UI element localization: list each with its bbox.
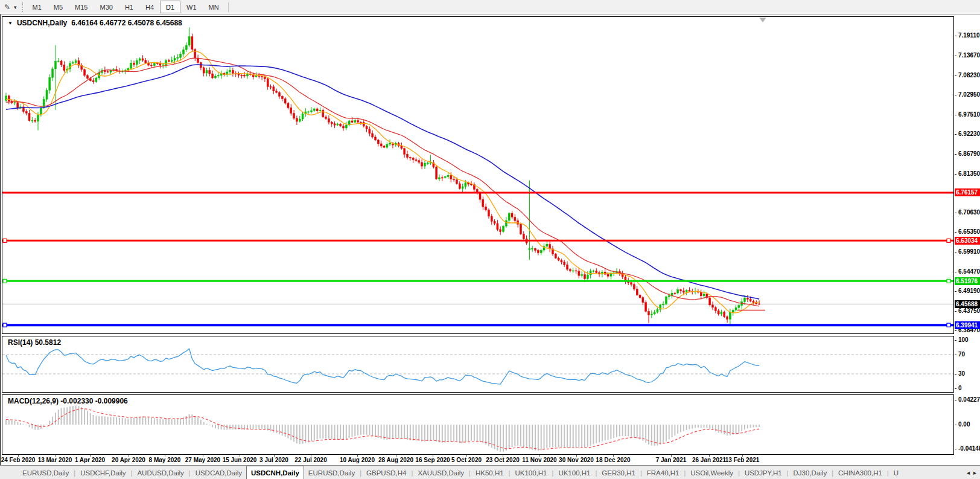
tab-usdjpy-h1[interactable]: USDJPY,H1 bbox=[740, 466, 786, 479]
tab-uk100-h1[interactable]: UK100,H1 bbox=[511, 466, 551, 479]
axis-tick-mark bbox=[955, 56, 956, 56]
tab-audusd-daily[interactable]: AUDUSD,Daily bbox=[133, 466, 188, 479]
timeframe-button-h4[interactable]: H4 bbox=[139, 1, 160, 13]
price-line-badge: 6.63034 bbox=[955, 237, 980, 245]
date-axis-label: 28 Aug 2020 bbox=[378, 457, 413, 463]
axis-tick-mark bbox=[955, 374, 956, 375]
chart-title: ▼ USDCNH,Daily 6.46164 6.46772 6.45078 6… bbox=[8, 19, 182, 27]
date-axis-label: 7 Jan 2021 bbox=[656, 457, 687, 463]
tab-eurusd-daily[interactable]: EURUSD,Daily bbox=[18, 466, 73, 479]
price-axis-label: 70 bbox=[958, 351, 965, 358]
price-axis-label: 6.81350 bbox=[958, 170, 980, 177]
axis-tick-mark bbox=[955, 154, 956, 155]
price-axis-label: 6.92230 bbox=[958, 130, 980, 137]
tab-u[interactable]: U bbox=[889, 466, 903, 479]
rsi-pane: RSI(14) 50.5812 bbox=[2, 336, 954, 393]
date-axis-label: 30 Nov 2020 bbox=[559, 457, 594, 463]
price-axis-label: 0.042275 bbox=[958, 396, 980, 403]
tab-scroll-right-icon[interactable]: ▸ bbox=[973, 469, 976, 476]
timeframe-button-h1[interactable]: H1 bbox=[119, 1, 139, 13]
tab-eurusd-daily[interactable]: EURUSD,Daily bbox=[304, 466, 359, 479]
tab-china300-h1[interactable]: CHINA300,H1 bbox=[834, 466, 886, 479]
tab-hk50-h1[interactable]: HK50,H1 bbox=[471, 466, 508, 479]
chart-shift-marker[interactable] bbox=[759, 18, 766, 22]
tab-usdchf-daily[interactable]: USDCHF,Daily bbox=[76, 466, 130, 479]
tab-usdcnh-daily[interactable]: USDCNH,Daily bbox=[246, 466, 304, 479]
axis-tick-mark bbox=[955, 174, 956, 175]
price-line-badge: 6.51976 bbox=[955, 277, 980, 285]
price-axis-label: 7.02950 bbox=[958, 91, 980, 98]
price-axis-label: 0.00 bbox=[958, 421, 970, 428]
axis-tick-mark bbox=[955, 449, 956, 449]
tab-separator: | bbox=[189, 466, 191, 479]
date-axis-label: 13 Feb 2021 bbox=[725, 457, 760, 463]
date-axis-label: 3 Jul 2020 bbox=[259, 457, 288, 463]
top-toolbar: ✎ ▾ M1M5M15M30H1H4D1W1MN bbox=[0, 0, 980, 14]
tab-separator: | bbox=[74, 466, 75, 479]
price-axis-label: -0.04148 bbox=[958, 445, 980, 452]
tab-usoil-weekly[interactable]: USOil,Weekly bbox=[686, 466, 737, 479]
axis-tick-mark bbox=[955, 400, 956, 400]
date-axis-label: 15 Jun 2020 bbox=[223, 457, 257, 463]
date-axis-label: 11 Nov 2020 bbox=[522, 457, 556, 463]
tab-scroll-left-icon[interactable]: ◂ bbox=[967, 469, 970, 476]
tab-separator: | bbox=[640, 466, 642, 479]
date-axis-label: 13 Mar 2020 bbox=[38, 457, 72, 463]
timeframe-button-mn[interactable]: MN bbox=[203, 1, 225, 13]
axis-tick-mark bbox=[955, 76, 956, 76]
main-chart-canvas[interactable] bbox=[2, 17, 953, 333]
date-axis-label: 16 Sep 2020 bbox=[415, 457, 450, 463]
tab-fra40-h1[interactable]: FRA40,H1 bbox=[643, 466, 684, 479]
price-axis-label: 6.59910 bbox=[958, 248, 980, 255]
tab-ger30-h1[interactable]: GER30,H1 bbox=[597, 466, 640, 479]
tab-separator: | bbox=[832, 466, 833, 479]
date-axis-label: 18 Dec 2020 bbox=[596, 457, 630, 463]
axis-tick-mark bbox=[955, 388, 956, 389]
timeframe-button-m15[interactable]: M15 bbox=[69, 1, 94, 13]
price-axis-label: 6.97510 bbox=[958, 111, 980, 118]
date-axis-label: 24 Feb 2020 bbox=[1, 457, 36, 463]
timeframe-button-w1[interactable]: W1 bbox=[180, 1, 203, 13]
toolbar-separator bbox=[228, 2, 229, 12]
timeframe-button-m1[interactable]: M1 bbox=[27, 1, 48, 13]
tab-usdcad-daily[interactable]: USDCAD,Daily bbox=[191, 466, 246, 479]
price-axis-label: 0 bbox=[958, 385, 962, 391]
axis-tick-mark bbox=[955, 134, 956, 135]
main-chart-pane: ▼ USDCNH,Daily 6.46164 6.46772 6.45078 6… bbox=[2, 16, 954, 334]
price-axis-label: 6.49190 bbox=[958, 288, 980, 294]
price-axis-label: 6.70630 bbox=[958, 209, 980, 216]
window-left-edge bbox=[0, 14, 1, 479]
tab-dj30-daily[interactable]: DJ30,Daily bbox=[789, 466, 832, 479]
date-axis-label: 1 Apr 2020 bbox=[75, 457, 105, 463]
timeframe-button-m5[interactable]: M5 bbox=[48, 1, 69, 13]
tab-scroll-arrows: ◂ ▸ bbox=[956, 466, 980, 479]
date-axis[interactable]: 24 Feb 202013 Mar 20201 Apr 202020 Apr 2… bbox=[2, 455, 954, 465]
axis-tick-mark bbox=[955, 252, 956, 252]
axis-tick-mark bbox=[955, 213, 956, 213]
macd-label: MACD(12,26,9) -0.002330 -0.009906 bbox=[8, 397, 128, 405]
macd-canvas[interactable] bbox=[2, 395, 953, 454]
price-line-badge: 6.76157 bbox=[955, 188, 980, 196]
tab-gbpusd-h4[interactable]: GBPUSD,H4 bbox=[362, 466, 410, 479]
price-axis[interactable]: 7.191107.136707.082307.029506.975106.922… bbox=[955, 16, 980, 455]
chevron-down-icon[interactable]: ▾ bbox=[14, 4, 17, 10]
tab-uk100-h1[interactable]: UK100,H1 bbox=[554, 466, 594, 479]
tab-separator: | bbox=[738, 466, 740, 479]
timeframe-button-m30[interactable]: M30 bbox=[94, 1, 119, 13]
chart-ohlc-values: 6.46164 6.46772 6.45078 6.45688 bbox=[71, 19, 182, 27]
date-axis-label: 5 Oct 2020 bbox=[451, 457, 482, 463]
price-axis-label: 6.54470 bbox=[958, 268, 980, 275]
price-line-badge: 6.39941 bbox=[955, 321, 980, 329]
rsi-canvas[interactable] bbox=[2, 336, 953, 392]
axis-tick-mark bbox=[955, 425, 956, 425]
date-axis-label: 10 Aug 2020 bbox=[340, 457, 375, 463]
price-axis-label: 100 bbox=[958, 336, 969, 343]
drawing-tool-icon[interactable]: ✎ bbox=[2, 2, 13, 12]
tab-xauusd-daily[interactable]: XAUUSD,Daily bbox=[413, 466, 468, 479]
chevron-down-icon[interactable]: ▼ bbox=[8, 21, 13, 26]
tab-separator: | bbox=[552, 466, 554, 479]
timeframe-button-group: M1M5M15M30H1H4D1W1MN bbox=[27, 1, 225, 13]
chart-tab-bar: EURUSD,Daily|USDCHF,Daily|AUDUSD,Daily|U… bbox=[0, 465, 980, 479]
timeframe-button-d1[interactable]: D1 bbox=[160, 1, 180, 13]
macd-pane: MACD(12,26,9) -0.002330 -0.009906 bbox=[2, 394, 954, 455]
